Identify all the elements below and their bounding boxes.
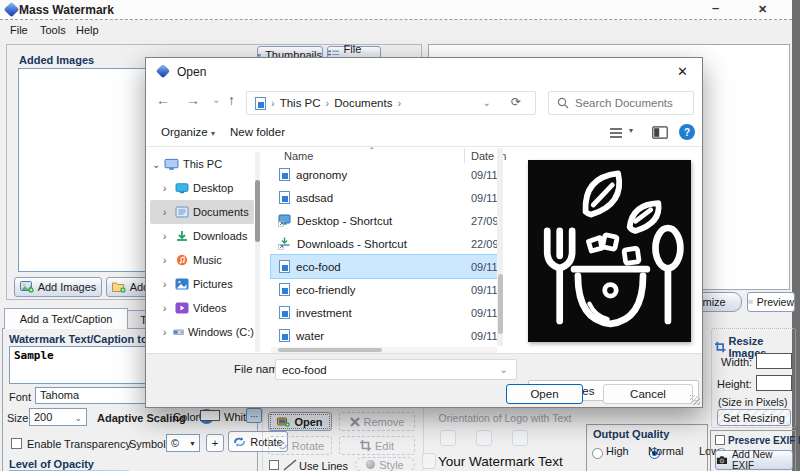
chevron-collapsed-icon[interactable]: › — [163, 279, 175, 290]
music-icon — [175, 254, 189, 266]
menu-file[interactable]: File — [10, 24, 28, 36]
tab-add-text-caption[interactable]: Add a Text/Caption — [4, 308, 128, 329]
tree-item-downloads[interactable]: › Downloads — [150, 224, 254, 248]
up-icon[interactable]: ↑ — [228, 92, 235, 108]
list-scrollbar-thumb[interactable] — [498, 274, 503, 334]
help-icon[interactable]: ? — [679, 124, 695, 140]
file-row[interactable]: Desktop - Shortcut 27/09/ — [271, 209, 497, 232]
breadcrumb-documents[interactable]: Documents — [334, 97, 392, 109]
width-input[interactable] — [756, 353, 792, 369]
new-folder-button[interactable]: New folder — [230, 126, 285, 138]
rotate-icon — [233, 436, 246, 448]
chevron-collapsed-icon[interactable]: › — [163, 183, 175, 194]
chevron-collapsed-icon[interactable]: › — [163, 255, 175, 266]
file-row-selected[interactable]: eco-food 09/11/ — [271, 255, 497, 278]
tree-item-this-pc[interactable]: ⌄ This PC — [150, 152, 254, 176]
drive-icon — [173, 326, 184, 338]
tree-item-videos[interactable]: › Videos — [150, 296, 254, 320]
search-input[interactable] — [575, 97, 685, 109]
chevron-expanded-icon[interactable]: ⌄ — [152, 159, 164, 170]
file-name: asdsad — [296, 192, 333, 204]
size-value: 200 — [34, 411, 52, 423]
tree-scrollbar[interactable] — [255, 152, 260, 352]
view-mode-dropdown-icon[interactable]: ▾ — [629, 126, 633, 135]
symbols-select[interactable]: © ▼ — [166, 434, 200, 452]
set-resizing-button[interactable]: Set Resizing — [717, 409, 791, 426]
resize-grip[interactable] — [690, 395, 700, 405]
menu-help[interactable]: Help — [76, 24, 99, 36]
quality-normal-label: Normal — [648, 445, 683, 457]
image-file-icon — [279, 260, 290, 273]
back-icon[interactable]: ← — [156, 92, 170, 108]
height-input[interactable] — [756, 375, 792, 391]
preserve-exif-checkbox[interactable] — [715, 435, 725, 445]
forward-icon[interactable]: → — [186, 92, 200, 108]
search-box[interactable] — [548, 91, 694, 115]
chevron-collapsed-icon[interactable]: › — [163, 351, 175, 353]
orientation-box-left[interactable] — [422, 453, 436, 469]
add-images-button[interactable]: Add Images — [14, 277, 102, 297]
logo-edit-button[interactable]: Edit — [339, 436, 415, 455]
symbols-label: Symbols — [129, 438, 171, 450]
use-lines-checkbox[interactable] — [269, 460, 279, 470]
address-bar[interactable]: › This PC › Documents › ⌄ ⟳ — [246, 91, 536, 115]
tree-item-data-d[interactable]: › Data (D:) — [150, 344, 254, 352]
size-select[interactable]: 200 ⌄ — [29, 408, 87, 426]
window-title: Mass Watermark — [19, 3, 114, 17]
tree-item-desktop[interactable]: › Desktop — [150, 176, 254, 200]
chevron-collapsed-icon[interactable]: › — [163, 231, 175, 242]
set-resizing-label: Set Resizing — [723, 412, 785, 424]
organize-button[interactable]: Organize ▾ — [161, 126, 215, 138]
chevron-collapsed-icon[interactable]: › — [163, 327, 173, 338]
orientation-box-top-right[interactable] — [512, 430, 528, 446]
color-picker-button[interactable]: ... — [246, 408, 262, 423]
tree-item-pictures[interactable]: › Pictures — [150, 272, 254, 296]
tree-item-documents[interactable]: › Documents — [150, 200, 254, 224]
file-row[interactable]: water 09/11/ — [271, 324, 497, 347]
orientation-box-top-center[interactable] — [476, 430, 492, 446]
logo-rotate-button[interactable]: Rotate — [268, 436, 332, 455]
list-scrollbar-vertical[interactable] — [497, 148, 503, 346]
breadcrumb-this-pc[interactable]: This PC — [280, 97, 321, 109]
quality-high-radio[interactable] — [592, 448, 603, 459]
tree-scrollbar-thumb[interactable] — [255, 180, 260, 242]
tree-item-windows-c[interactable]: › Windows (C:) — [150, 320, 254, 344]
minimize-button[interactable]: – — [712, 1, 719, 15]
preview-button[interactable]: Preview — [747, 292, 795, 312]
add-new-exif-button[interactable]: Add New EXIF — [715, 450, 793, 470]
enable-transparency-checkbox[interactable] — [11, 438, 22, 449]
logo-open-button[interactable]: Open — [268, 412, 332, 431]
file-row[interactable]: asdsad 09/11/ — [271, 186, 497, 209]
address-dropdown-icon[interactable]: ⌄ — [483, 97, 491, 108]
file-row[interactable]: agronomy 09/11/ — [271, 163, 497, 186]
dialog-close-button[interactable]: ✕ — [677, 64, 688, 79]
chevron-collapsed-icon[interactable]: › — [163, 303, 175, 314]
tree-item-music[interactable]: › Music — [150, 248, 254, 272]
refresh-icon[interactable]: ⟳ — [511, 95, 521, 109]
titlebar: Mass Watermark — [0, 0, 792, 20]
file-name-combobox[interactable]: eco-food ⌄ — [275, 359, 517, 380]
dialog-open-button[interactable]: Open — [506, 384, 583, 404]
close-button[interactable]: ✕ — [758, 2, 767, 16]
preview-pane-icon[interactable] — [652, 126, 668, 139]
column-divider[interactable] — [464, 148, 465, 163]
file-row[interactable]: eco-friendly 09/11/ — [271, 278, 497, 301]
hscrollbar-thumb[interactable] — [278, 348, 382, 352]
use-lines-label: Use Lines — [299, 460, 348, 471]
recent-locations-icon[interactable]: ⌄ — [212, 94, 220, 105]
file-row[interactable]: investment 09/11/ — [271, 301, 497, 324]
chevron-collapsed-icon[interactable]: › — [163, 207, 175, 218]
view-mode-icon[interactable] — [609, 127, 623, 139]
new-folder-label: New folder — [230, 126, 285, 138]
orientation-box-top-left[interactable] — [440, 430, 456, 446]
dialog-cancel-button[interactable]: Cancel — [603, 384, 693, 404]
tree-label: Pictures — [193, 278, 233, 290]
add-symbol-button[interactable]: + — [206, 434, 224, 452]
toolbar-divider — [146, 146, 702, 147]
breadcrumb-separator-icon: › — [321, 97, 335, 109]
file-row[interactable]: Downloads - Shortcut 22/09/ — [271, 232, 497, 255]
name-column-header[interactable]: Name — [284, 150, 313, 162]
style-button[interactable]: Style — [355, 457, 415, 471]
menu-tools[interactable]: Tools — [40, 24, 66, 36]
logo-remove-button[interactable]: Remove — [339, 412, 415, 431]
